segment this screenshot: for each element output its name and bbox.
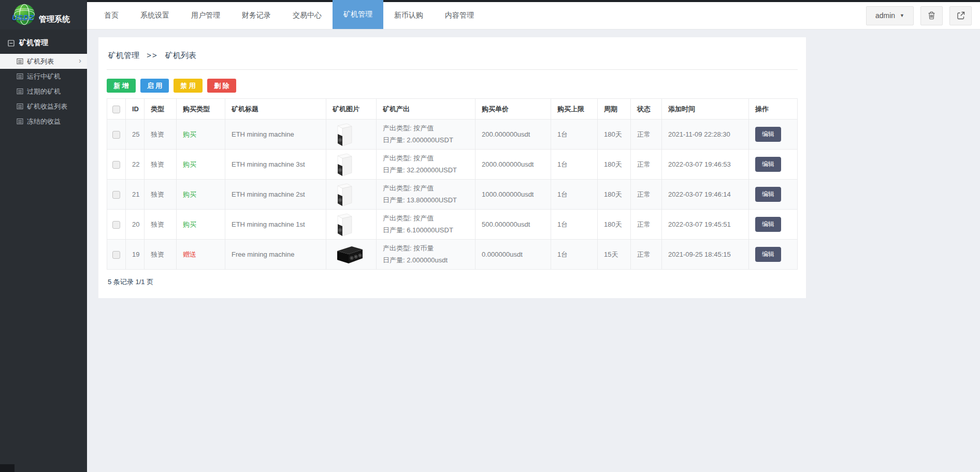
machine-image	[335, 152, 354, 177]
trash-button[interactable]	[920, 6, 943, 25]
cell-limit: 1台	[551, 150, 598, 180]
nav-item[interactable]: 系统设置	[129, 0, 180, 29]
machine-image	[335, 122, 354, 147]
cell-id: 19	[126, 240, 145, 270]
sidebar-item-label: 冻结的收益	[27, 117, 61, 126]
cell-image	[326, 180, 377, 210]
daily-output: 日产量: 2.000000USDT	[383, 135, 474, 146]
daily-output: 日产量: 2.000000usdt	[383, 255, 474, 267]
cell-added-time: 2021-09-25 18:45:15	[662, 240, 749, 270]
sidebar-item[interactable]: 矿机列表 ›	[0, 54, 87, 69]
enable-button[interactable]: 启 用	[140, 79, 169, 93]
list-icon	[17, 103, 23, 110]
cell-actions: 编辑	[749, 120, 798, 150]
topbar: USDZ 管理系统 首页 系统设置 用户管理 财务记录 交易中心 矿机管理 新币…	[0, 0, 980, 30]
nav-item-label: 交易中心	[293, 11, 322, 20]
column-header: 购买上限	[551, 99, 598, 120]
user-name: admin	[875, 11, 895, 20]
nav-item-label: 首页	[104, 11, 119, 20]
cell-added-time: 2022-03-07 19:46:53	[662, 150, 749, 180]
row-checkbox[interactable]	[112, 251, 120, 259]
cell-output: 产出类型: 按产值 日产量: 2.000000USDT	[377, 120, 475, 150]
cell-period: 15天	[598, 240, 631, 270]
edit-button[interactable]: 编辑	[755, 187, 781, 202]
user-menu-button[interactable]: admin ▼	[866, 6, 914, 25]
table-header-row: ID类型购买类型矿机标题矿机图片矿机产出购买单价购买上限周期状态添加时间操作	[107, 99, 798, 120]
cell-limit: 1台	[551, 210, 598, 240]
add-button[interactable]: 新 增	[107, 79, 136, 93]
chevron-right-icon: ›	[79, 56, 81, 65]
edit-button[interactable]: 编辑	[755, 247, 781, 262]
edit-button[interactable]: 编辑	[755, 157, 781, 172]
column-header: 购买类型	[177, 99, 225, 120]
nav-item[interactable]: 财务记录	[231, 0, 282, 29]
app-title: 管理系统	[39, 14, 70, 24]
row-checkbox[interactable]	[112, 191, 120, 199]
sidebar: 矿机管理 矿机列表 › 运行中矿机 › 过期的矿机 ›	[0, 30, 87, 472]
cell-image	[326, 150, 377, 180]
cell-price: 500.000000usdt	[475, 210, 551, 240]
sidebar-item[interactable]: 冻结的收益 ›	[0, 114, 87, 129]
column-header: 类型	[145, 99, 177, 120]
sidebar-section-header[interactable]: 矿机管理	[0, 30, 87, 54]
nav-item-label: 内容管理	[445, 11, 474, 20]
table-row: 21 独资 购买 ETH mining machine 2st	[107, 180, 798, 210]
cell-price: 2000.000000usdt	[475, 150, 551, 180]
nav-item[interactable]: 交易中心	[282, 0, 333, 29]
cell-price: 0.000000usdt	[475, 240, 551, 270]
cell-price: 1000.000000usdt	[475, 180, 551, 210]
toolbar: 新 增 启 用 禁 用 删 除	[107, 79, 798, 93]
column-header: 矿机标题	[225, 99, 326, 120]
cell-type: 独资	[145, 240, 177, 270]
column-header: 购买单价	[475, 99, 551, 120]
nav-item-label: 系统设置	[140, 11, 169, 20]
sidebar-item[interactable]: 过期的矿机 ›	[0, 84, 87, 99]
cell-id: 21	[126, 180, 145, 210]
nav-item[interactable]: 首页	[93, 0, 129, 29]
logo[interactable]: USDZ 管理系统	[0, 0, 87, 30]
cell-image	[326, 240, 377, 270]
machine-table: ID类型购买类型矿机标题矿机图片矿机产出购买单价购买上限周期状态添加时间操作 2…	[107, 98, 798, 270]
row-checkbox[interactable]	[112, 161, 120, 169]
nav-item[interactable]: 内容管理	[434, 0, 485, 29]
row-checkbox[interactable]	[112, 221, 120, 229]
sidebar-item[interactable]: 运行中矿机 ›	[0, 69, 87, 84]
main-content: 矿机管理 >> 矿机列表 新 增 启 用 禁 用 删 除 ID类型购买类型矿机标…	[87, 30, 980, 472]
nav-item-label: 矿机管理	[343, 10, 372, 19]
disable-button[interactable]: 禁 用	[174, 79, 203, 93]
list-icon	[17, 58, 23, 65]
cell-title: ETH mining machine	[225, 120, 326, 150]
pagination-summary: 5 条记录 1/1 页	[107, 277, 798, 287]
cell-limit: 1台	[551, 180, 598, 210]
cell-id: 20	[126, 210, 145, 240]
sidebar-item-label: 矿机列表	[27, 57, 54, 66]
cell-period: 180天	[598, 150, 631, 180]
sidebar-collapse-button[interactable]	[0, 464, 15, 472]
cell-status: 正常	[631, 180, 662, 210]
list-icon	[17, 118, 23, 125]
table-row: 22 独资 购买 ETH mining machine 3st	[107, 150, 798, 180]
top-strip	[0, 0, 980, 2]
logout-button[interactable]	[949, 6, 972, 25]
nav-item[interactable]: 用户管理	[180, 0, 231, 29]
list-icon	[17, 88, 23, 95]
cell-output: 产出类型: 按产值 日产量: 13.800000USDT	[377, 180, 475, 210]
nav-item-label: 新币认购	[394, 11, 423, 20]
nav-item[interactable]: 矿机管理	[333, 0, 383, 29]
nav-item[interactable]: 新币认购	[383, 0, 434, 29]
edit-button[interactable]: 编辑	[755, 217, 781, 232]
cell-type: 独资	[145, 120, 177, 150]
select-all-checkbox[interactable]	[112, 106, 120, 113]
sidebar-item[interactable]: 矿机收益列表 ›	[0, 99, 87, 114]
cell-id: 25	[126, 120, 145, 150]
daily-output: 日产量: 13.800000USDT	[383, 195, 474, 207]
table-row: 25 独资 购买 ETH mining machine	[107, 120, 798, 150]
column-header: 添加时间	[662, 99, 749, 120]
breadcrumb: 矿机管理 >> 矿机列表	[107, 48, 798, 70]
delete-button[interactable]: 删 除	[207, 79, 236, 93]
cell-limit: 1台	[551, 240, 598, 270]
row-checkbox[interactable]	[112, 131, 120, 139]
column-header: 矿机产出	[377, 99, 475, 120]
edit-button[interactable]: 编辑	[755, 127, 781, 142]
caret-down-icon: ▼	[900, 13, 904, 18]
